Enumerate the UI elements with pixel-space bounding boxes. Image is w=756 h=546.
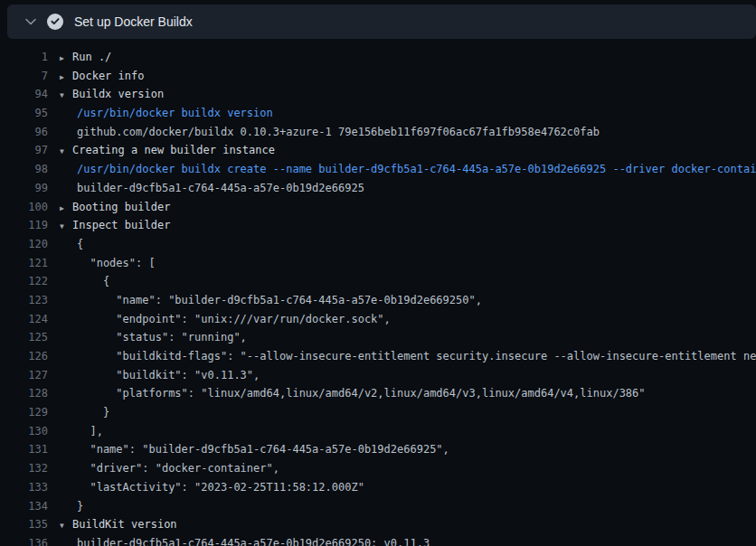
triangle-right-icon: ▶ <box>60 200 72 217</box>
log-line-number[interactable]: 135 <box>0 515 48 534</box>
log-line-number[interactable]: 120 <box>0 235 48 254</box>
log-group-header[interactable]: ▼BuildKit version <box>60 515 177 534</box>
log-line: 130 ], <box>0 422 756 441</box>
log-line: 119▼Inspect builder <box>0 216 756 235</box>
log-group-header[interactable]: ▶Run ./ <box>60 48 111 67</box>
log-output-text: "nodes": [ <box>60 254 156 273</box>
log-line-number[interactable]: 95 <box>0 104 48 123</box>
triangle-down-icon: ▼ <box>60 517 72 534</box>
log-line-number[interactable]: 100 <box>0 198 48 217</box>
log-output-text: "platforms": "linux/amd64,linux/amd64/v2… <box>60 384 646 403</box>
log-line: 125 "status": "running", <box>0 328 756 347</box>
log-line: 100▶Booting builder <box>0 198 756 217</box>
log-line: 97▼Creating a new builder instance <box>0 141 756 160</box>
step-header[interactable]: Set up Docker Buildx <box>7 5 756 39</box>
log-line-number[interactable]: 125 <box>0 328 48 347</box>
log-line-number[interactable]: 132 <box>0 459 48 478</box>
log-output-text: "lastActivity": "2023-02-25T11:58:12.000… <box>60 478 364 497</box>
log-line: 1▶Run ./ <box>0 48 756 67</box>
log-output-text: builder-d9cfb5a1-c764-445a-a57e-0b19d2e6… <box>60 534 430 546</box>
log-group-header[interactable]: ▼Creating a new builder instance <box>60 141 275 160</box>
log-line: 135▼BuildKit version <box>0 515 756 534</box>
log-line-number[interactable]: 123 <box>0 291 48 310</box>
log-line: 122 { <box>0 272 756 291</box>
triangle-down-icon: ▼ <box>60 218 72 235</box>
log-command-text: /usr/bin/docker buildx create --name bui… <box>60 160 756 179</box>
log-group-title: Booting builder <box>72 201 170 213</box>
log-line: 96github.com/docker/buildx 0.10.3+azure-… <box>0 123 756 142</box>
log-output-text: } <box>60 497 83 516</box>
log-group-header[interactable]: ▶Docker info <box>60 67 144 86</box>
log-line: 94▼Buildx version <box>0 85 756 104</box>
log-output-text: { <box>60 235 83 254</box>
log-line-number[interactable]: 7 <box>0 67 48 86</box>
chevron-down-icon[interactable] <box>18 9 43 34</box>
log-output-text: "buildkitd-flags": "--allow-insecure-ent… <box>60 347 756 366</box>
triangle-right-icon: ▶ <box>60 69 72 86</box>
log-output-text: github.com/docker/buildx 0.10.3+azure-1 … <box>60 123 600 142</box>
log-line: 126 "buildkitd-flags": "--allow-insecure… <box>0 347 756 366</box>
log-line-number[interactable]: 94 <box>0 85 48 104</box>
log-line: 132 "driver": "docker-container", <box>0 459 756 478</box>
log-line-number[interactable]: 129 <box>0 403 48 422</box>
log-line-number[interactable]: 130 <box>0 422 48 441</box>
log-group-title: Creating a new builder instance <box>72 144 275 156</box>
log-line: 7▶Docker info <box>0 67 756 86</box>
log-line: 127 "buildkit": "v0.11.3", <box>0 366 756 385</box>
triangle-right-icon: ▶ <box>60 50 72 67</box>
log-line: 95/usr/bin/docker buildx version <box>0 104 756 123</box>
log-line: 131 "name": "builder-d9cfb5a1-c764-445a-… <box>0 440 756 459</box>
triangle-down-icon: ▼ <box>60 143 72 160</box>
log-line-number[interactable]: 98 <box>0 160 48 179</box>
log-line: 136builder-d9cfb5a1-c764-445a-a57e-0b19d… <box>0 534 756 546</box>
log-line-number[interactable]: 127 <box>0 366 48 385</box>
log-group-header[interactable]: ▼Inspect builder <box>60 216 170 235</box>
log-group-title: Docker info <box>72 70 144 82</box>
step-title: Set up Docker Buildx <box>74 14 193 29</box>
log-group-header[interactable]: ▼Buildx version <box>60 85 164 104</box>
log-line: 134} <box>0 497 756 516</box>
actions-log-viewer: Set up Docker Buildx 1▶Run ./7▶Docker in… <box>0 0 756 546</box>
log-line-number[interactable]: 136 <box>0 534 48 546</box>
log-line-number[interactable]: 99 <box>0 179 48 198</box>
log-line-number[interactable]: 119 <box>0 216 48 235</box>
log-group-title: Inspect builder <box>72 219 170 231</box>
log-group-title: Run ./ <box>72 51 111 63</box>
log-output-text: { <box>60 272 109 291</box>
log-group-title: BuildKit version <box>72 518 177 531</box>
log-line-number[interactable]: 97 <box>0 141 48 160</box>
check-circle-icon <box>47 14 63 30</box>
log-line-number[interactable]: 128 <box>0 384 48 403</box>
log-line: 128 "platforms": "linux/amd64,linux/amd6… <box>0 384 756 403</box>
log-line-number[interactable]: 133 <box>0 478 48 497</box>
log-line: 99builder-d9cfb5a1-c764-445a-a57e-0b19d2… <box>0 179 756 198</box>
log-output-text: } <box>60 403 109 422</box>
log-line: 133 "lastActivity": "2023-02-25T11:58:12… <box>0 478 756 497</box>
triangle-down-icon: ▼ <box>60 87 72 104</box>
log-output-text: ], <box>60 422 103 441</box>
log-line-number[interactable]: 121 <box>0 254 48 273</box>
log-output-text: "buildkit": "v0.11.3", <box>60 366 260 385</box>
log-lines: 1▶Run ./7▶Docker info94▼Buildx version95… <box>0 39 756 546</box>
log-line-number[interactable]: 126 <box>0 347 48 366</box>
log-output-text: builder-d9cfb5a1-c764-445a-a57e-0b19d2e6… <box>60 179 364 198</box>
log-output-text: "endpoint": "unix:///var/run/docker.sock… <box>60 310 391 329</box>
log-line: 98/usr/bin/docker buildx create --name b… <box>0 160 756 179</box>
log-line-number[interactable]: 122 <box>0 272 48 291</box>
log-line: 124 "endpoint": "unix:///var/run/docker.… <box>0 310 756 329</box>
log-line: 123 "name": "builder-d9cfb5a1-c764-445a-… <box>0 291 756 310</box>
log-line-number[interactable]: 96 <box>0 123 48 142</box>
log-output-text: "status": "running", <box>60 328 247 347</box>
log-line-number[interactable]: 134 <box>0 497 48 516</box>
log-command-text: /usr/bin/docker buildx version <box>60 104 273 123</box>
log-line: 120{ <box>0 235 756 254</box>
log-line-number[interactable]: 1 <box>0 48 48 67</box>
log-group-title: Buildx version <box>72 88 164 100</box>
log-group-header[interactable]: ▶Booting builder <box>60 198 170 217</box>
log-line: 129 } <box>0 403 756 422</box>
log-output-text: "name": "builder-d9cfb5a1-c764-445a-a57e… <box>60 291 482 310</box>
log-line-number[interactable]: 131 <box>0 440 48 459</box>
log-output-text: "driver": "docker-container", <box>60 459 279 478</box>
log-line: 121 "nodes": [ <box>0 254 756 273</box>
log-line-number[interactable]: 124 <box>0 310 48 329</box>
